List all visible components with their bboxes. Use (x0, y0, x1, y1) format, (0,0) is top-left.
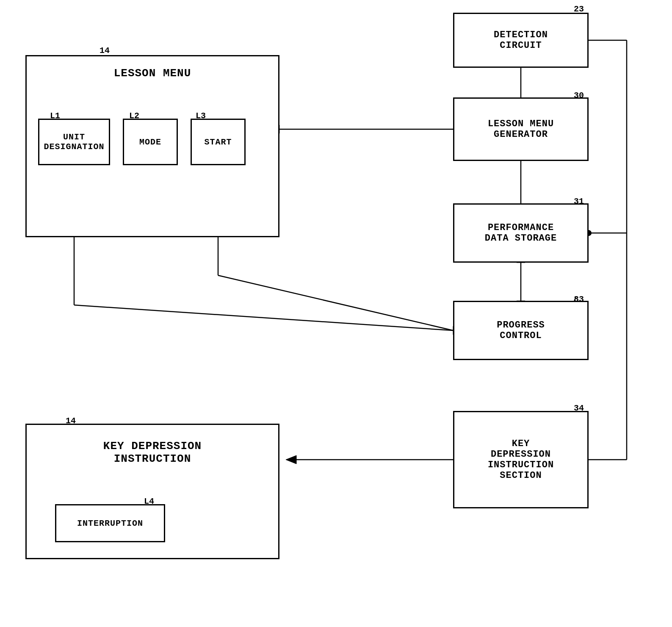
svg-line-7 (74, 305, 453, 330)
interruption-box: INTERRUPTION (55, 504, 165, 542)
start-box: START (191, 119, 246, 165)
ref-31: 31 (574, 197, 584, 206)
diagram-container: LESSON MENU UNITDESIGNATION MODE START D… (0, 0, 672, 627)
performance-data-storage-box: PERFORMANCEDATA STORAGE (453, 203, 589, 263)
key-depression-instruction-section-box: KEYDEPRESSIONINSTRUCTIONSECTION (453, 411, 589, 508)
ref-30: 30 (574, 91, 584, 100)
ref-14-top: 14 (100, 46, 110, 55)
svg-line-4 (218, 275, 453, 330)
mode-box: MODE (123, 119, 178, 165)
ref-23: 23 (574, 4, 584, 14)
ref-34: 34 (574, 403, 584, 413)
detection-circuit-box: DETECTIONCIRCUIT (453, 13, 589, 68)
ref-33: 33 (574, 294, 584, 304)
ref-l2: L2 (129, 111, 139, 121)
ref-l3: L3 (196, 111, 206, 121)
ref-l4: L4 (144, 497, 154, 506)
ref-14-bottom: 14 (66, 416, 76, 426)
ref-l1: L1 (50, 111, 60, 121)
unit-designation-box: UNITDESIGNATION (38, 119, 110, 165)
progress-control-box: PROGRESSCONTROL (453, 301, 589, 360)
svg-marker-18 (286, 455, 296, 464)
lesson-menu-generator-box: LESSON MENUGENERATOR (453, 97, 589, 161)
